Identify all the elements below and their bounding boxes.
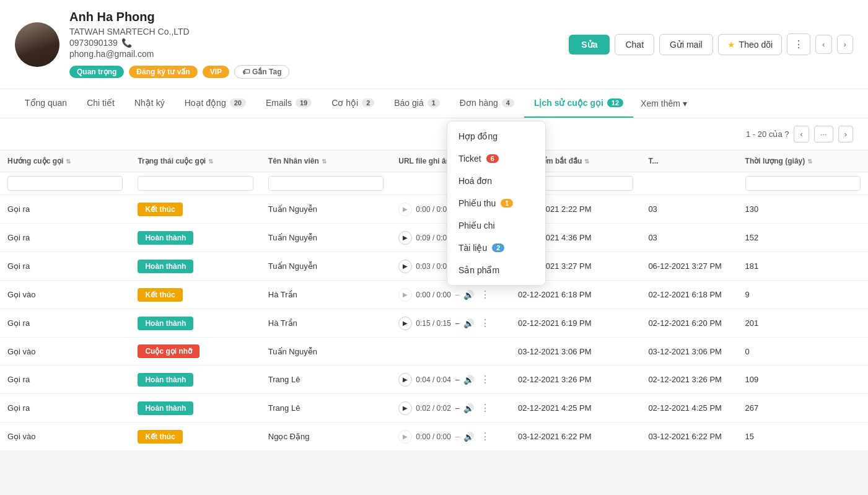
dropdown-item-hoa-don[interactable]: Hoá đơn — [447, 170, 545, 192]
phone-icon: 📞 — [121, 38, 132, 48]
dropdown-item-phieu-thu[interactable]: Phiếu thu 1 — [447, 192, 545, 214]
audio-more-button[interactable]: ⋮ — [478, 316, 493, 330]
tab-don-hang[interactable]: Đơn hàng 4 — [450, 89, 524, 118]
tab-tong-quan[interactable]: Tổng quan — [15, 89, 77, 118]
play-button-disabled[interactable]: ▶ — [398, 203, 412, 216]
header-actions: Sửa Chat Gửi mail ★ Theo dõi ⋮ ‹ › — [569, 33, 853, 55]
volume-icon[interactable]: 🔊 — [463, 403, 474, 413]
content-area: 1 - 20 của ? ‹ ··· › Hướng cuộc gọi⇅ Trạ… — [0, 118, 868, 451]
table-row: Gọi raHoàn thànhHà Trần▶0:15 / 0:15−🔊⋮02… — [0, 309, 868, 338]
play-button[interactable]: ▶ — [398, 401, 412, 415]
minus-icon[interactable]: − — [455, 403, 460, 413]
table-row: Gọi vàoKết thúcNgọc Đặng▶0:00 / 0:00−🔊⋮0… — [0, 423, 868, 451]
cell-status: Hoàn thành — [130, 309, 260, 338]
audio-more-button[interactable]: ⋮ — [478, 287, 493, 302]
tag-vip[interactable]: VIP — [203, 66, 229, 78]
audio-more-button[interactable]: ⋮ — [478, 401, 493, 415]
audio-more-button[interactable]: ⋮ — [478, 429, 493, 444]
more-options-button[interactable]: ⋮ — [787, 33, 810, 55]
cell-duration: 109 — [738, 366, 868, 394]
cell-end-time: 03-12-2021 6:22 PM — [641, 423, 737, 451]
play-button[interactable]: ▶ — [398, 260, 412, 273]
cell-direction: Gọi vào — [0, 338, 130, 366]
cell-agent: Hà Trần — [261, 281, 391, 309]
table-row: Gọi vàoKết thúcHà Trần▶0:00 / 0:00−🔊⋮02-… — [0, 281, 868, 309]
table-row: Gọi raKết thúcTuấn Nguyễn▶0:00 / 0:00−🔊⋮… — [0, 195, 868, 224]
cell-direction: Gọi ra — [0, 252, 130, 281]
cell-duration: 130 — [738, 195, 868, 224]
ticket-badge: 6 — [486, 154, 499, 163]
tab-chi-tiet[interactable]: Chi tiết — [77, 89, 125, 118]
audio-more-button[interactable]: ⋮ — [478, 372, 493, 387]
pagination-next-button[interactable]: › — [838, 126, 853, 142]
tab-co-hoi[interactable]: Cơ hội 2 — [322, 89, 384, 118]
volume-icon[interactable]: 🔊 — [463, 290, 474, 300]
dropdown-item-tai-lieu[interactable]: Tài liệu 2 — [447, 237, 545, 259]
nav-next-button[interactable]: › — [837, 35, 853, 54]
filter-trang-thai[interactable] — [138, 176, 253, 191]
play-button[interactable]: ▶ — [398, 317, 412, 330]
tab-xem-them[interactable]: Xem thêm ▾ Hợp đồng Ticket 6 Hoá đơn Phi… — [633, 90, 695, 117]
tab-bao-gia-badge: 1 — [427, 99, 440, 107]
chevron-down-icon: ▾ — [683, 99, 687, 108]
cell-agent: Trang Lê — [261, 366, 391, 394]
cell-status: Kết thúc — [130, 423, 260, 451]
cell-end-time: 02-12-2021 4:25 PM — [641, 394, 737, 423]
cell-direction: Gọi ra — [0, 224, 130, 252]
minus-icon[interactable]: − — [455, 375, 460, 385]
cell-duration: 267 — [738, 394, 868, 423]
pagination-prev-button[interactable]: ‹ — [794, 126, 809, 142]
tag-add-button[interactable]: 🏷 Gắn Tag — [234, 65, 289, 79]
cell-start-time: 02-12-2021 3:26 PM — [511, 366, 641, 394]
volume-icon[interactable]: 🔊 — [463, 432, 474, 442]
tab-emails-badge: 19 — [296, 99, 312, 107]
cell-end-time: 02-12-2021 3:26 PM — [641, 366, 737, 394]
tab-nhat-ky[interactable]: Nhật ký — [125, 89, 175, 118]
cell-agent: Trang Lê — [261, 394, 391, 423]
volume-icon[interactable]: 🔊 — [463, 318, 474, 328]
nav-prev-button[interactable]: ‹ — [815, 35, 831, 54]
dropdown-item-ticket[interactable]: Ticket 6 — [447, 147, 545, 170]
dropdown-item-phieu-chi[interactable]: Phiếu chi — [447, 214, 545, 237]
tab-hoat-dong-badge: 20 — [230, 99, 246, 107]
cell-end-time: 02-12-2021 6:18 PM — [641, 281, 737, 309]
filter-thoi-luong[interactable] — [745, 176, 861, 191]
tag-important[interactable]: Quan trọng — [69, 66, 124, 78]
sua-button[interactable]: Sửa — [569, 35, 610, 55]
cell-status: Hoàn thành — [130, 224, 260, 252]
volume-icon[interactable]: 🔊 — [463, 375, 474, 385]
filter-huong[interactable] — [7, 176, 123, 191]
chat-button[interactable]: Chat — [615, 34, 654, 55]
tab-co-hoi-badge: 2 — [362, 99, 374, 107]
play-button[interactable]: ▶ — [398, 373, 412, 387]
tab-lich-su-cuoc-goi[interactable]: Lịch sử cuộc gọi 12 — [524, 89, 633, 118]
minus-icon[interactable]: − — [455, 432, 460, 442]
tab-hoat-dong[interactable]: Hoạt động 20 — [175, 89, 256, 118]
play-button-disabled[interactable]: ▶ — [398, 288, 412, 302]
contact-phone: 0973090139 📞 — [69, 38, 569, 48]
cell-start-time: 03-12-2021 6:22 PM — [511, 423, 641, 451]
table-row: Gọi raHoàn thànhTrang Lê▶0:04 / 0:04−🔊⋮0… — [0, 366, 868, 394]
guimail-button[interactable]: Gửi mail — [659, 34, 713, 55]
cell-status: Kết thúc — [130, 281, 260, 309]
tabs-section: Tổng quan Chi tiết Nhật ký Hoạt động 20 … — [0, 89, 868, 118]
dropdown-item-san-pham[interactable]: Sản phẩm — [447, 259, 545, 281]
cell-start-time: 03-12-2021 3:06 PM — [511, 338, 641, 366]
theodoi-button[interactable]: ★ Theo dõi — [718, 34, 782, 55]
contact-email: phong.ha@gmail.com — [69, 49, 569, 59]
minus-icon[interactable]: − — [455, 290, 460, 300]
pagination-more-button[interactable]: ··· — [814, 126, 833, 142]
tab-bao-gia[interactable]: Báo giá 1 — [384, 89, 450, 118]
tag-register[interactable]: Đăng ký tư vấn — [129, 66, 197, 78]
play-button[interactable]: ▶ — [398, 231, 412, 245]
dropdown-item-hop-dong[interactable]: Hợp đồng — [447, 125, 545, 147]
play-button-disabled[interactable]: ▶ — [398, 430, 412, 444]
contact-info: Anh Ha Phong TATWAH SMARTECH Co.,LTD 097… — [69, 10, 569, 79]
minus-icon[interactable]: − — [455, 318, 460, 328]
tab-emails[interactable]: Emails 19 — [256, 89, 322, 118]
cell-duration: 181 — [738, 252, 868, 281]
dropdown-menu: Hợp đồng Ticket 6 Hoá đơn Phiếu thu 1 Ph… — [447, 121, 546, 286]
cell-agent: Tuấn Nguyễn — [261, 252, 391, 281]
filter-nhan-vien[interactable] — [268, 176, 384, 191]
col-huong-cuoc-goi: Hướng cuộc gọi⇅ — [0, 151, 130, 172]
